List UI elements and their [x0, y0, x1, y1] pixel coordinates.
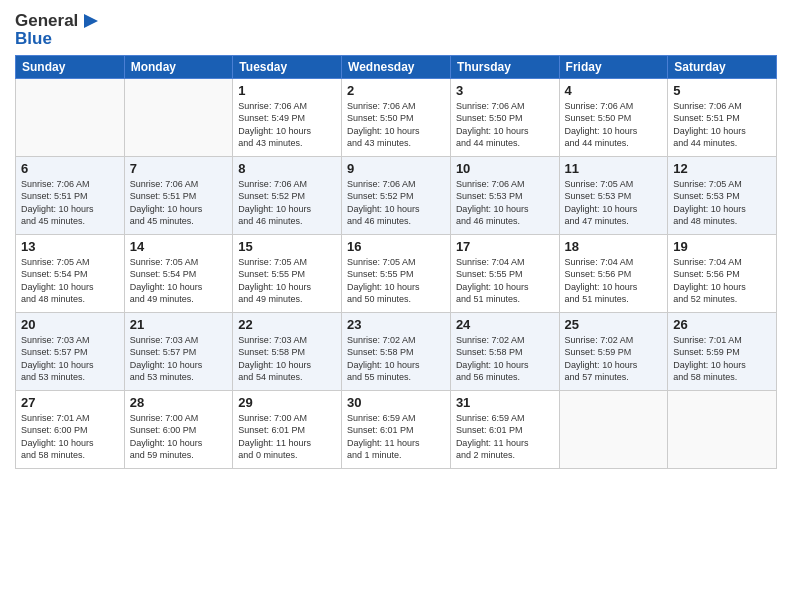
calendar-cell: 25Sunrise: 7:02 AM Sunset: 5:59 PM Dayli…	[559, 312, 668, 390]
day-info: Sunrise: 7:05 AM Sunset: 5:54 PM Dayligh…	[21, 256, 119, 306]
day-info: Sunrise: 7:02 AM Sunset: 5:59 PM Dayligh…	[565, 334, 663, 384]
calendar-cell: 7Sunrise: 7:06 AM Sunset: 5:51 PM Daylig…	[124, 156, 233, 234]
day-number: 19	[673, 239, 771, 254]
calendar-cell	[16, 78, 125, 156]
calendar-cell	[559, 390, 668, 468]
calendar-cell: 14Sunrise: 7:05 AM Sunset: 5:54 PM Dayli…	[124, 234, 233, 312]
day-number: 9	[347, 161, 445, 176]
day-info: Sunrise: 7:00 AM Sunset: 6:00 PM Dayligh…	[130, 412, 228, 462]
day-info: Sunrise: 7:06 AM Sunset: 5:50 PM Dayligh…	[347, 100, 445, 150]
day-info: Sunrise: 6:59 AM Sunset: 6:01 PM Dayligh…	[456, 412, 554, 462]
day-number: 25	[565, 317, 663, 332]
calendar-cell: 4Sunrise: 7:06 AM Sunset: 5:50 PM Daylig…	[559, 78, 668, 156]
week-row-2: 6Sunrise: 7:06 AM Sunset: 5:51 PM Daylig…	[16, 156, 777, 234]
calendar-cell: 21Sunrise: 7:03 AM Sunset: 5:57 PM Dayli…	[124, 312, 233, 390]
day-info: Sunrise: 7:05 AM Sunset: 5:54 PM Dayligh…	[130, 256, 228, 306]
day-info: Sunrise: 7:06 AM Sunset: 5:50 PM Dayligh…	[456, 100, 554, 150]
day-number: 18	[565, 239, 663, 254]
day-info: Sunrise: 7:06 AM Sunset: 5:49 PM Dayligh…	[238, 100, 336, 150]
weekday-header-sunday: Sunday	[16, 55, 125, 78]
calendar-cell: 12Sunrise: 7:05 AM Sunset: 5:53 PM Dayli…	[668, 156, 777, 234]
day-number: 8	[238, 161, 336, 176]
calendar-cell: 2Sunrise: 7:06 AM Sunset: 5:50 PM Daylig…	[342, 78, 451, 156]
calendar-container: General Blue SundayMondayTuesdayWednesda…	[0, 0, 792, 479]
day-number: 27	[21, 395, 119, 410]
calendar-cell: 27Sunrise: 7:01 AM Sunset: 6:00 PM Dayli…	[16, 390, 125, 468]
calendar-cell: 5Sunrise: 7:06 AM Sunset: 5:51 PM Daylig…	[668, 78, 777, 156]
day-info: Sunrise: 7:06 AM Sunset: 5:51 PM Dayligh…	[673, 100, 771, 150]
day-number: 29	[238, 395, 336, 410]
day-info: Sunrise: 7:06 AM Sunset: 5:51 PM Dayligh…	[130, 178, 228, 228]
calendar-cell: 20Sunrise: 7:03 AM Sunset: 5:57 PM Dayli…	[16, 312, 125, 390]
calendar-cell: 22Sunrise: 7:03 AM Sunset: 5:58 PM Dayli…	[233, 312, 342, 390]
day-info: Sunrise: 7:06 AM Sunset: 5:50 PM Dayligh…	[565, 100, 663, 150]
calendar-table: SundayMondayTuesdayWednesdayThursdayFrid…	[15, 55, 777, 469]
calendar-cell: 3Sunrise: 7:06 AM Sunset: 5:50 PM Daylig…	[450, 78, 559, 156]
calendar-cell	[124, 78, 233, 156]
day-number: 28	[130, 395, 228, 410]
day-info: Sunrise: 7:02 AM Sunset: 5:58 PM Dayligh…	[347, 334, 445, 384]
day-info: Sunrise: 7:05 AM Sunset: 5:55 PM Dayligh…	[347, 256, 445, 306]
day-number: 21	[130, 317, 228, 332]
day-info: Sunrise: 7:03 AM Sunset: 5:57 PM Dayligh…	[21, 334, 119, 384]
day-number: 16	[347, 239, 445, 254]
calendar-cell: 24Sunrise: 7:02 AM Sunset: 5:58 PM Dayli…	[450, 312, 559, 390]
day-number: 23	[347, 317, 445, 332]
day-info: Sunrise: 6:59 AM Sunset: 6:01 PM Dayligh…	[347, 412, 445, 462]
week-row-5: 27Sunrise: 7:01 AM Sunset: 6:00 PM Dayli…	[16, 390, 777, 468]
logo-blue: Blue	[15, 30, 102, 49]
day-info: Sunrise: 7:04 AM Sunset: 5:56 PM Dayligh…	[565, 256, 663, 306]
day-info: Sunrise: 7:05 AM Sunset: 5:53 PM Dayligh…	[673, 178, 771, 228]
day-info: Sunrise: 7:05 AM Sunset: 5:55 PM Dayligh…	[238, 256, 336, 306]
calendar-cell	[668, 390, 777, 468]
weekday-header-friday: Friday	[559, 55, 668, 78]
day-number: 3	[456, 83, 554, 98]
calendar-cell: 10Sunrise: 7:06 AM Sunset: 5:53 PM Dayli…	[450, 156, 559, 234]
week-row-3: 13Sunrise: 7:05 AM Sunset: 5:54 PM Dayli…	[16, 234, 777, 312]
calendar-cell: 1Sunrise: 7:06 AM Sunset: 5:49 PM Daylig…	[233, 78, 342, 156]
day-info: Sunrise: 7:06 AM Sunset: 5:52 PM Dayligh…	[347, 178, 445, 228]
day-number: 31	[456, 395, 554, 410]
weekday-header-wednesday: Wednesday	[342, 55, 451, 78]
day-number: 20	[21, 317, 119, 332]
week-row-1: 1Sunrise: 7:06 AM Sunset: 5:49 PM Daylig…	[16, 78, 777, 156]
calendar-cell: 17Sunrise: 7:04 AM Sunset: 5:55 PM Dayli…	[450, 234, 559, 312]
day-number: 30	[347, 395, 445, 410]
day-number: 26	[673, 317, 771, 332]
week-row-4: 20Sunrise: 7:03 AM Sunset: 5:57 PM Dayli…	[16, 312, 777, 390]
calendar-cell: 19Sunrise: 7:04 AM Sunset: 5:56 PM Dayli…	[668, 234, 777, 312]
day-number: 7	[130, 161, 228, 176]
calendar-cell: 28Sunrise: 7:00 AM Sunset: 6:00 PM Dayli…	[124, 390, 233, 468]
weekday-header-tuesday: Tuesday	[233, 55, 342, 78]
day-info: Sunrise: 7:06 AM Sunset: 5:52 PM Dayligh…	[238, 178, 336, 228]
day-number: 1	[238, 83, 336, 98]
day-number: 11	[565, 161, 663, 176]
day-number: 13	[21, 239, 119, 254]
weekday-header-thursday: Thursday	[450, 55, 559, 78]
day-info: Sunrise: 7:05 AM Sunset: 5:53 PM Dayligh…	[565, 178, 663, 228]
calendar-cell: 9Sunrise: 7:06 AM Sunset: 5:52 PM Daylig…	[342, 156, 451, 234]
day-info: Sunrise: 7:06 AM Sunset: 5:53 PM Dayligh…	[456, 178, 554, 228]
header: General Blue	[15, 10, 777, 49]
calendar-cell: 13Sunrise: 7:05 AM Sunset: 5:54 PM Dayli…	[16, 234, 125, 312]
logo-arrow-icon	[80, 10, 102, 32]
calendar-cell: 26Sunrise: 7:01 AM Sunset: 5:59 PM Dayli…	[668, 312, 777, 390]
day-info: Sunrise: 7:00 AM Sunset: 6:01 PM Dayligh…	[238, 412, 336, 462]
day-number: 2	[347, 83, 445, 98]
day-number: 17	[456, 239, 554, 254]
day-number: 15	[238, 239, 336, 254]
day-number: 6	[21, 161, 119, 176]
day-info: Sunrise: 7:01 AM Sunset: 6:00 PM Dayligh…	[21, 412, 119, 462]
day-info: Sunrise: 7:06 AM Sunset: 5:51 PM Dayligh…	[21, 178, 119, 228]
calendar-cell: 8Sunrise: 7:06 AM Sunset: 5:52 PM Daylig…	[233, 156, 342, 234]
day-info: Sunrise: 7:04 AM Sunset: 5:56 PM Dayligh…	[673, 256, 771, 306]
weekday-header-monday: Monday	[124, 55, 233, 78]
day-info: Sunrise: 7:04 AM Sunset: 5:55 PM Dayligh…	[456, 256, 554, 306]
logo: General Blue	[15, 10, 102, 49]
logo-general: General	[15, 12, 78, 31]
day-info: Sunrise: 7:03 AM Sunset: 5:58 PM Dayligh…	[238, 334, 336, 384]
calendar-cell: 29Sunrise: 7:00 AM Sunset: 6:01 PM Dayli…	[233, 390, 342, 468]
calendar-cell: 6Sunrise: 7:06 AM Sunset: 5:51 PM Daylig…	[16, 156, 125, 234]
calendar-cell: 31Sunrise: 6:59 AM Sunset: 6:01 PM Dayli…	[450, 390, 559, 468]
day-number: 24	[456, 317, 554, 332]
